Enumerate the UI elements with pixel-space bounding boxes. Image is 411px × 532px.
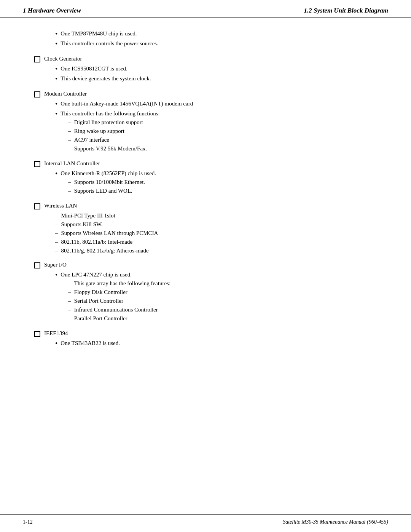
- list-item: • One LPC 47N227 chip is used. – This ga…: [55, 271, 377, 323]
- list-item: – This gate array has the following feat…: [68, 280, 170, 288]
- page: 1 Hardware Overview 1.2 System Unit Bloc…: [0, 0, 411, 532]
- dash-text: Supports Wireless LAN through PCMCIA: [61, 229, 158, 237]
- dash-text: Supports V.92 56k Modem/Fax.: [74, 145, 147, 153]
- dash-text: Supports 10/100Mbit Ethernet.: [74, 178, 145, 186]
- footer-page-number: 1-12: [23, 519, 33, 525]
- bullet-icon: •: [55, 30, 57, 38]
- bullet-icon: •: [55, 271, 57, 280]
- header: 1 Hardware Overview 1.2 System Unit Bloc…: [0, 0, 411, 18]
- dash-icon: –: [55, 229, 58, 237]
- bullet-text: One TMP87PM48U chip is used.: [61, 30, 137, 38]
- dash-text: 802.11b/g, 802.11a/b/g: Atheros-made: [61, 247, 149, 255]
- dash-list: – Digital line protection support – Ring…: [68, 118, 159, 153]
- dash-icon: –: [68, 315, 71, 323]
- list-item: • One Kinnereth-R (82562EP) chip is used…: [55, 169, 377, 196]
- list-item: • One TMP87PM48U chip is used.: [55, 30, 377, 38]
- section-title: Wireless LAN: [44, 203, 77, 209]
- list-item: – AC97 interface: [68, 136, 159, 144]
- bullet-list: – Mini-PCI Type III 1slot – Supports Kil…: [55, 212, 377, 255]
- internal-lan-section: Internal LAN Controller • One Kinnereth-…: [34, 160, 377, 196]
- section-header: Super I/O: [34, 262, 377, 268]
- dash-text: 802.11b, 802.11a/b: Intel-made: [61, 238, 133, 246]
- section-header: Clock Generator: [34, 56, 377, 62]
- list-item: • One built-in Askey-made 1456VQL4A(INT)…: [55, 100, 377, 109]
- list-item: – Supports LED and WOL.: [68, 187, 156, 195]
- bullet-icon: •: [55, 169, 57, 178]
- bullet-icon: •: [55, 110, 57, 118]
- bullet-text: This device generates the system clock.: [61, 75, 151, 83]
- section-title: Internal LAN Controller: [44, 160, 100, 167]
- intro-bullet-list: • One TMP87PM48U chip is used. • This co…: [55, 30, 377, 49]
- dash-icon: –: [55, 238, 58, 246]
- list-item: – Supports Kill SW.: [55, 220, 377, 228]
- dash-icon: –: [68, 187, 71, 195]
- intro-section: • One TMP87PM48U chip is used. • This co…: [34, 30, 377, 49]
- checkbox-icon: [34, 203, 40, 209]
- super-io-section: Super I/O • One LPC 47N227 chip is used.…: [34, 262, 377, 323]
- footer-document-title: Satellite M30-35 Maintenance Manual (960…: [283, 519, 388, 525]
- list-item: – Supports V.92 56k Modem/Fax.: [68, 145, 159, 153]
- list-item: – Ring wake up support: [68, 127, 159, 135]
- section-header: IEEE1394: [34, 330, 377, 337]
- section-title: Clock Generator: [44, 56, 82, 62]
- dash-icon: –: [68, 280, 71, 288]
- list-item: • This controller controls the power sou…: [55, 40, 377, 48]
- dash-icon: –: [68, 118, 71, 126]
- dash-icon: –: [68, 288, 71, 296]
- list-item: – Supports Wireless LAN through PCMCIA: [55, 229, 377, 237]
- bullet-list: • One LPC 47N227 chip is used. – This ga…: [55, 271, 377, 323]
- bullet-text: One Kinnereth-R (82562EP) chip is used.: [61, 170, 156, 176]
- dash-text: AC97 interface: [74, 136, 109, 144]
- list-item: – Parallel Port Controller: [68, 315, 170, 323]
- section-header: Modem Controller: [34, 91, 377, 97]
- checkbox-icon: [34, 56, 40, 62]
- bullet-icon: •: [55, 65, 57, 73]
- dash-icon: –: [68, 145, 71, 153]
- dash-text: Infrared Communications Controller: [74, 306, 158, 314]
- clock-generator-section: Clock Generator • One ICS950812CGT is us…: [34, 56, 377, 84]
- modem-controller-section: Modem Controller • One built-in Askey-ma…: [34, 91, 377, 153]
- dash-icon: –: [68, 306, 71, 314]
- section-header: Wireless LAN: [34, 203, 377, 209]
- list-item: – 802.11b, 802.11a/b: Intel-made: [55, 238, 377, 246]
- ieee1394-section: IEEE1394 • One TSB43AB22 is used.: [34, 330, 377, 348]
- dash-text: Ring wake up support: [74, 127, 124, 135]
- list-item: • This device generates the system clock…: [55, 75, 377, 83]
- dash-icon: –: [68, 297, 71, 305]
- footer: 1-12 Satellite M30-35 Maintenance Manual…: [0, 514, 411, 532]
- section-title: IEEE1394: [44, 330, 68, 337]
- header-right: 1.2 System Unit Block Diagram: [304, 7, 388, 14]
- dash-icon: –: [55, 247, 58, 255]
- list-item: – Infrared Communications Controller: [68, 306, 170, 314]
- dash-text: Serial Port Controller: [74, 297, 123, 305]
- list-item: – Floppy Disk Controller: [68, 288, 170, 296]
- list-item: • One TSB43AB22 is used.: [55, 339, 377, 348]
- dash-text: Mini-PCI Type III 1slot: [61, 212, 115, 220]
- dash-icon: –: [55, 220, 58, 228]
- list-item: – Serial Port Controller: [68, 297, 170, 305]
- dash-text: Digital line protection support: [74, 118, 143, 126]
- dash-icon: –: [68, 178, 71, 186]
- bullet-icon: •: [55, 100, 57, 109]
- list-item: • One ICS950812CGT is used.: [55, 65, 377, 73]
- checkbox-icon: [34, 262, 40, 268]
- dash-icon: –: [55, 212, 58, 220]
- bullet-icon: •: [55, 75, 57, 83]
- checkbox-icon: [34, 161, 40, 167]
- section-title: Modem Controller: [44, 91, 87, 97]
- list-item: – Digital line protection support: [68, 118, 159, 126]
- header-left: 1 Hardware Overview: [23, 7, 81, 14]
- checkbox-icon: [34, 91, 40, 97]
- dash-text: Floppy Disk Controller: [74, 288, 127, 296]
- bullet-list: • One Kinnereth-R (82562EP) chip is used…: [55, 169, 377, 196]
- list-item: – Mini-PCI Type III 1slot: [55, 212, 377, 220]
- dash-list: – This gate array has the following feat…: [68, 280, 170, 323]
- wireless-lan-section: Wireless LAN – Mini-PCI Type III 1slot –…: [34, 203, 377, 255]
- bullet-text: One TSB43AB22 is used.: [61, 339, 120, 347]
- dash-icon: –: [68, 127, 71, 135]
- bullet-text: One LPC 47N227 chip is used.: [61, 272, 132, 278]
- bullet-list: • One built-in Askey-made 1456VQL4A(INT)…: [55, 100, 377, 153]
- checkbox-icon: [34, 331, 40, 337]
- dash-list: – Supports 10/100Mbit Ethernet. – Suppor…: [68, 178, 156, 195]
- bullet-text: This controller controls the power sourc…: [61, 40, 158, 48]
